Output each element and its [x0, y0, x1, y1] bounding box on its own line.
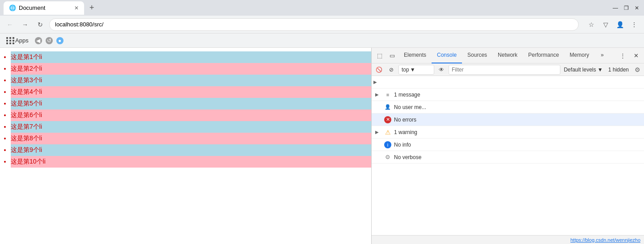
- bookmark-icon-1[interactable]: ◀: [35, 37, 42, 44]
- default-levels-dropdown[interactable]: Default levels ▼: [562, 67, 605, 73]
- console-row-row-message[interactable]: ▶≡1 message: [372, 88, 644, 101]
- context-select[interactable]: top ▼: [398, 65, 434, 75]
- back-button[interactable]: ←: [4, 18, 16, 31]
- list-item: 这是第6个li: [11, 109, 371, 121]
- url-icons: ☆ ▽ 👤 ⋮: [585, 18, 640, 31]
- devtools-more-button[interactable]: ⋮: [616, 49, 629, 62]
- devtools-toolbar: 🚫 ⊘ top ▼ 👁 Default levels ▼ 1 hidden ⚙: [372, 63, 644, 76]
- console-row-row-warning[interactable]: ▶⚠1 warning: [372, 126, 644, 139]
- devtools-close-button[interactable]: ✕: [630, 49, 642, 62]
- list: 这是第1个li这是第2个li这是第3个li这是第4个li这是第5个li这是第6个…: [0, 51, 371, 168]
- row-type-icon: i: [384, 141, 391, 148]
- console-row-row-info[interactable]: iNo info: [372, 139, 644, 151]
- maximize-button[interactable]: ❐: [623, 4, 630, 12]
- title-bar: 🌐 Document ✕ + — ❐ ✕: [0, 0, 644, 16]
- row-text: No info: [394, 142, 411, 148]
- minimize-button[interactable]: —: [612, 4, 619, 12]
- list-item: 这是第9个li: [11, 144, 371, 156]
- row-type-icon: ✕: [384, 116, 391, 123]
- apps-button[interactable]: Apps: [4, 36, 31, 45]
- device-mode-button[interactable]: ▭: [386, 49, 398, 62]
- row-text: No errors: [394, 117, 416, 123]
- row-text: No user me...: [394, 104, 426, 110]
- console-row-row-verbose[interactable]: ⚙No verbose: [372, 151, 644, 164]
- more-tabs-button[interactable]: »: [595, 48, 609, 63]
- console-row-row-errors[interactable]: ✕No errors: [372, 114, 644, 126]
- bookmark-icon-3[interactable]: ●: [56, 37, 64, 44]
- tab-title: Document: [19, 4, 45, 11]
- tab-sources[interactable]: Sources: [462, 48, 492, 63]
- console-settings-button[interactable]: ⚙: [632, 65, 642, 75]
- row-type-icon: ⚙: [384, 154, 391, 161]
- bookmarks-bar: Apps ◀ ↺ ●: [0, 34, 644, 48]
- active-tab[interactable]: 🌐 Document ✕: [4, 1, 84, 15]
- tabs-area: 🌐 Document ✕ +: [4, 0, 98, 15]
- bookmark-star-button[interactable]: ☆: [585, 18, 597, 31]
- page-content: 这是第1个li这是第2个li这是第3个li这是第4个li这是第5个li这是第6个…: [0, 48, 371, 244]
- list-item: 这是第2个li: [11, 63, 371, 75]
- list-item: 这是第7个li: [11, 121, 371, 133]
- tab-memory[interactable]: Memory: [564, 48, 594, 63]
- inspect-element-button[interactable]: ⬚: [373, 49, 386, 62]
- eye-button[interactable]: 👁: [436, 64, 447, 75]
- row-type-icon: ⚠: [384, 129, 391, 136]
- sync-button[interactable]: ▽: [599, 18, 612, 31]
- tab-close-button[interactable]: ✕: [74, 5, 79, 11]
- bookmark-icon-2[interactable]: ↺: [46, 37, 53, 44]
- console-content: ▶▶≡1 message👤No user me...✕No errors▶⚠1 …: [372, 76, 644, 235]
- context-dropdown-icon: ▼: [410, 67, 415, 73]
- list-item: 这是第10个li: [11, 156, 371, 168]
- list-item: 这是第4个li: [11, 86, 371, 98]
- main-area: 这是第1个li这是第2个li这是第3个li这是第4个li这是第5个li这是第6个…: [0, 48, 644, 244]
- filter-input[interactable]: [449, 65, 560, 75]
- menu-button[interactable]: ⋮: [628, 18, 640, 31]
- list-item: 这是第5个li: [11, 98, 371, 109]
- hidden-count: 1 hidden: [606, 67, 631, 73]
- apps-label: Apps: [15, 37, 29, 44]
- console-row-row-user[interactable]: 👤No user me...: [372, 101, 644, 114]
- close-button[interactable]: ✕: [633, 4, 640, 12]
- tab-elements[interactable]: Elements: [398, 48, 432, 63]
- reload-button[interactable]: ↻: [34, 18, 47, 31]
- address-bar: ← → ↻ localhost:8080/src/ ☆ ▽ 👤 ⋮: [0, 16, 644, 34]
- tab-performance[interactable]: Performance: [523, 48, 564, 63]
- forward-button[interactable]: →: [19, 18, 31, 31]
- tab-console[interactable]: Console: [432, 48, 462, 63]
- devtools-statusbar: https://blog.csdn.net/wennjiezho: [372, 235, 644, 244]
- console-chevron-row[interactable]: ▶: [372, 76, 644, 88]
- preserve-log-button[interactable]: ⊘: [386, 64, 397, 75]
- row-text: No verbose: [394, 154, 421, 160]
- tab-favicon: 🌐: [9, 4, 16, 12]
- url-text: localhost:8080/src/: [55, 21, 103, 28]
- profile-button[interactable]: 👤: [614, 18, 626, 31]
- clear-console-button[interactable]: 🚫: [373, 64, 384, 75]
- devtools-tabs-bar: ⬚ ▭ Elements Console Sources Network Per…: [372, 48, 644, 63]
- new-tab-button[interactable]: +: [86, 0, 98, 15]
- devtools-panel: ⬚ ▭ Elements Console Sources Network Per…: [371, 48, 644, 244]
- tab-network[interactable]: Network: [492, 48, 523, 63]
- expand-arrow-icon: ▶: [375, 92, 381, 97]
- url-bar[interactable]: localhost:8080/src/: [49, 18, 579, 31]
- levels-label: Default levels ▼: [564, 67, 603, 73]
- list-item: 这是第3个li: [11, 75, 371, 86]
- list-item: 这是第8个li: [11, 133, 371, 144]
- expand-arrow-icon: ▶: [375, 130, 381, 135]
- row-type-icon: ≡: [384, 91, 391, 98]
- apps-grid-icon: [6, 37, 13, 44]
- row-text: 1 warning: [394, 129, 417, 135]
- status-link[interactable]: https://blog.csdn.net/wennjiezho: [570, 237, 640, 243]
- row-text: 1 message: [394, 92, 420, 98]
- devtools-right-controls: ⋮ ✕: [616, 49, 642, 62]
- row-type-icon: 👤: [384, 104, 391, 111]
- context-value: top: [402, 67, 409, 73]
- chevron-right-icon: ▶: [373, 80, 380, 84]
- window-controls: — ❐ ✕: [612, 4, 640, 12]
- list-item: 这是第1个li: [11, 51, 371, 63]
